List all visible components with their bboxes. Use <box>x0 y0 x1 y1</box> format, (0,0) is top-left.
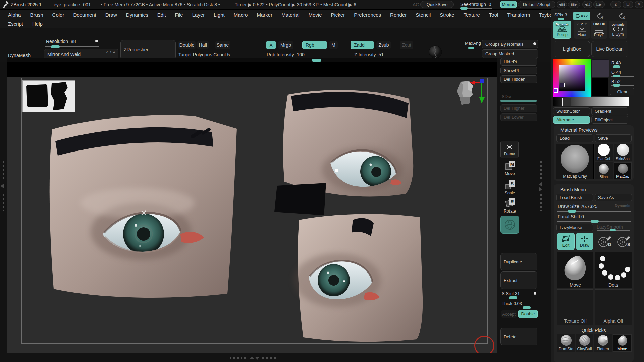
mirror-axes-label[interactable]: X Y Z <box>106 50 115 53</box>
menu-dynamics[interactable]: Dynamics <box>126 12 148 18</box>
texture-off-tile[interactable]: Texture Off <box>557 289 593 325</box>
canvas-bottom-scrollbar-right[interactable] <box>260 357 278 360</box>
left-tray-open-arrow[interactable] <box>1 184 4 188</box>
grayscale-bar[interactable] <box>553 97 629 106</box>
menu-draw[interactable]: Draw <box>105 12 117 18</box>
resolution-reset-dot[interactable] <box>95 40 98 42</box>
menu-help[interactable]: Help <box>32 21 43 27</box>
rgb-intensity-slider-label[interactable]: Rgb Intensity 100 <box>267 52 305 57</box>
close-right-tray-button[interactable]: ▮▮▶ <box>568 1 580 8</box>
s-smt-slider-handle[interactable] <box>509 296 517 299</box>
draw-size-dynamic-label[interactable]: Dynamic <box>615 204 630 208</box>
half-button[interactable]: Half <box>197 41 209 49</box>
quick-pick-damstandard[interactable]: DamSta <box>557 334 575 352</box>
extract-button[interactable]: Extract <box>500 272 537 289</box>
accept-button[interactable]: Accept <box>501 310 517 318</box>
lsym-button[interactable]: Dynamic L.Sym <box>609 21 627 39</box>
left-tray-scrollbar-bottom[interactable] <box>1 192 4 213</box>
sculpt-eye-blocks[interactable] <box>7 62 497 353</box>
b-slider-handle[interactable] <box>613 84 620 87</box>
rgb-button[interactable]: Rgb <box>302 41 327 49</box>
move-ui-left-button[interactable]: ◀❏ <box>582 1 592 8</box>
quick-pick-claybuildup[interactable]: ClayBuil <box>576 334 593 352</box>
r-slider-handle[interactable] <box>613 65 620 68</box>
document-thumbnail[interactable] <box>22 80 75 112</box>
mirror-and-weld-button[interactable]: Mirror And Weld X Y Z <box>44 49 118 59</box>
quick-pick-flatten[interactable]: Flatten <box>594 334 612 352</box>
alpha-off-tile[interactable]: Alpha Off <box>595 289 632 325</box>
polyf-button[interactable]: Line Fill PolyF <box>591 21 607 39</box>
material-save-button[interactable]: Save <box>595 134 632 142</box>
main-color-swatch[interactable] <box>592 59 609 77</box>
draw-size-slider-handle[interactable] <box>568 210 576 213</box>
save-as-button[interactable]: Save As <box>595 194 632 201</box>
rotate-on-xyz-button[interactable]: XYZ <box>573 12 590 20</box>
draw-size-slider-label[interactable]: Draw Size 26.7325 <box>558 204 597 209</box>
canvas-scroll-up-arrow[interactable] <box>250 356 254 359</box>
live-boolean-button[interactable]: Live Boolean <box>591 41 628 57</box>
material-skinshade[interactable]: SkinSha <box>614 144 632 161</box>
right-tray-close-arrow[interactable] <box>539 187 542 192</box>
dynamic-draw-size-icon[interactable]: D <box>597 235 612 249</box>
floor-button[interactable]: X Y Z Floor <box>574 21 590 39</box>
hue-selector[interactable] <box>554 88 558 93</box>
alternate-button[interactable]: Alternate <box>553 116 590 124</box>
default-zscript-button[interactable]: DefaultZScript <box>518 1 555 8</box>
restore-window-button[interactable]: ❐ <box>623 1 633 8</box>
seethrough-label[interactable]: See-through 0 <box>460 2 491 7</box>
rotate-tool[interactable]: R Rotate <box>501 198 519 215</box>
maxang-slider-handle[interactable] <box>468 47 474 49</box>
menu-marker[interactable]: Marker <box>257 12 272 18</box>
current-brush-move[interactable]: Move <box>557 252 593 288</box>
focal-shift-slider-handle[interactable] <box>591 220 599 223</box>
material-flat-color[interactable]: Flat Col <box>595 144 613 161</box>
menu-color[interactable]: Color <box>52 12 64 18</box>
menu-brush[interactable]: Brush <box>30 12 43 18</box>
spix-slider-handle[interactable] <box>558 18 564 20</box>
menu-zscript[interactable]: Zscript <box>8 21 23 27</box>
resolution-slider-handle[interactable] <box>51 45 60 48</box>
zcut-button[interactable]: Zcut <box>400 41 413 49</box>
s-smt-slider-label[interactable]: S Smt 31 <box>502 291 520 296</box>
canvas-top-scroll-handle[interactable] <box>312 59 321 62</box>
edit-mode-button[interactable]: Edit <box>557 233 575 250</box>
current-stroke-dots[interactable]: Dots <box>595 252 632 288</box>
lightbox-button[interactable]: LightBox <box>554 41 590 57</box>
menu-stroke[interactable]: Stroke <box>440 12 454 18</box>
lazysmooth-slider-label[interactable]: LazySmooth <box>597 224 623 230</box>
fillobject-button[interactable]: FillObject <box>591 116 628 124</box>
double-button[interactable]: Double <box>178 41 196 49</box>
move-tool[interactable]: M Move <box>501 160 519 178</box>
scale-tool[interactable]: S Scale <box>501 180 519 197</box>
lazymouse-button[interactable]: LazyMouse <box>556 224 593 231</box>
grayscale-selector[interactable] <box>562 98 571 106</box>
menu-stencil[interactable]: Stencil <box>416 12 431 18</box>
target-polygons-slider-label[interactable]: Target Polygons Count 5 <box>178 52 230 57</box>
menu-edit[interactable]: Edit <box>157 12 166 18</box>
load-brush-button[interactable]: Load Brush <box>556 194 593 201</box>
thick-slider-track[interactable] <box>500 308 537 308</box>
r-slider-label[interactable]: R 48 <box>611 60 621 65</box>
dynamic-s-icon[interactable]: S <box>616 235 631 249</box>
right-tray-open-arrow[interactable] <box>539 182 542 187</box>
menu-file[interactable]: File <box>175 12 183 18</box>
quick-pick-move[interactable]: Move <box>613 334 632 352</box>
persp-button[interactable]: Dynamic Persp <box>553 21 571 39</box>
menu-preferences[interactable]: Preferences <box>354 12 381 18</box>
g-slider-handle[interactable] <box>613 75 620 77</box>
close-left-tray-button[interactable]: ◀▮▮ <box>557 1 567 8</box>
m-button[interactable]: M <box>329 41 338 49</box>
canvas-top-scrollbar[interactable] <box>7 58 497 62</box>
menus-toggle-button[interactable]: Menus <box>500 1 517 8</box>
zremesher-button[interactable]: ZRemesher <box>120 40 176 59</box>
menu-alpha[interactable]: Alpha <box>8 12 21 18</box>
menu-picker[interactable]: Picker <box>331 12 345 18</box>
zsub-button[interactable]: Zsub <box>376 41 391 49</box>
right-tray-scrollbar-bottom[interactable] <box>540 192 543 213</box>
menu-layer[interactable]: Layer <box>192 12 205 18</box>
del-higher-button[interactable]: Del Higher <box>500 104 537 112</box>
menu-transform[interactable]: Transform <box>507 12 530 18</box>
left-tray-scrollbar-top[interactable] <box>1 159 4 180</box>
canvas-scroll-down-arrow[interactable] <box>255 357 260 360</box>
secondary-color-swatch[interactable] <box>592 78 608 96</box>
